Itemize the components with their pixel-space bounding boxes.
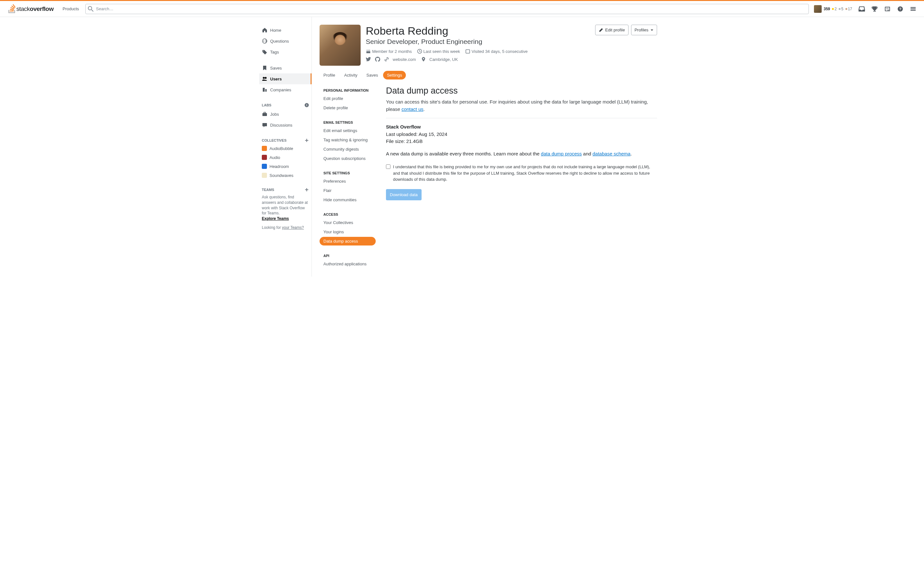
nav-home[interactable]: Home — [259, 25, 312, 36]
profile-title: Senior Developer, Product Engineering — [366, 38, 657, 46]
collective-item[interactable]: Soundwaves — [259, 171, 312, 180]
teams-header: TEAMS — [259, 185, 312, 193]
clock-icon — [417, 49, 422, 54]
dump-info: Stack Overflow Last uploaded: Aug 15, 20… — [386, 123, 657, 145]
database-schema-link[interactable]: database schema — [592, 151, 630, 156]
tab-profile[interactable]: Profile — [320, 71, 339, 79]
collective-label: AudioBubble — [269, 146, 293, 151]
search-input[interactable] — [85, 4, 809, 14]
svg-point-8 — [265, 77, 267, 79]
github-icon[interactable] — [375, 56, 381, 62]
edit-profile-button[interactable]: Edit profile — [595, 25, 628, 35]
nav-saves[interactable]: Saves — [259, 62, 312, 73]
nav-edit-profile[interactable]: Edit profile — [320, 94, 376, 103]
contact-us-link[interactable]: contact us — [401, 107, 423, 112]
profile-meta: Member for 2 months Last seen this week … — [366, 49, 657, 54]
profiles-dropdown[interactable]: Profiles — [631, 25, 657, 35]
settings-nav: PERSONAL INFORMATION Edit profile Delete… — [320, 86, 376, 269]
discussions-icon — [262, 122, 267, 128]
tags-icon — [262, 49, 267, 55]
link-icon[interactable] — [384, 56, 389, 62]
svg-rect-3 — [911, 8, 916, 9]
nav-data-dump-access[interactable]: Data dump access — [320, 237, 376, 245]
nav-questions[interactable]: Questions — [259, 36, 312, 46]
logo[interactable]: stackoverflow — [5, 4, 56, 14]
bronze-badge-count: 17 — [845, 7, 852, 11]
api-header: API — [320, 251, 376, 260]
collective-item[interactable]: Headroom — [259, 162, 312, 171]
svg-rect-2 — [911, 7, 916, 8]
site-switcher-icon[interactable] — [908, 3, 919, 15]
profile-links: website.com Cambridge, UK — [366, 56, 657, 62]
twitter-icon[interactable] — [366, 56, 371, 62]
nav-discussions[interactable]: Discussions — [259, 120, 312, 130]
access-header: ACCESS — [320, 210, 376, 218]
site-name: Stack Overflow — [386, 123, 657, 131]
review-icon[interactable] — [882, 3, 893, 15]
logo-text: stackoverflow — [16, 5, 54, 13]
topbar-right: 359 2 5 17 ? — [812, 3, 919, 15]
nav-tags[interactable]: Tags — [259, 46, 312, 58]
nav-preferences[interactable]: Preferences — [320, 177, 376, 186]
nav-companies[interactable]: Companies — [259, 84, 312, 95]
tab-saves[interactable]: Saves — [363, 71, 382, 79]
website-link[interactable]: website.com — [393, 57, 416, 62]
nav-your-logins[interactable]: Your logins — [320, 227, 376, 236]
collective-label: Audio — [269, 155, 280, 160]
nav-jobs[interactable]: Jobs — [259, 109, 312, 120]
nav-users[interactable]: Users — [259, 73, 312, 84]
svg-rect-12 — [262, 123, 267, 126]
collective-icon — [262, 146, 267, 151]
page-description: You can access this site's data for pers… — [386, 99, 657, 113]
nav-question-subscriptions[interactable]: Question subscriptions — [320, 154, 376, 163]
collective-label: Headroom — [269, 164, 289, 169]
info-icon[interactable]: i — [304, 103, 309, 107]
search-wrap — [85, 4, 809, 14]
companies-icon — [262, 87, 267, 93]
nav-authorized-apps[interactable]: Authorized applications — [320, 260, 376, 268]
explore-teams-link[interactable]: Explore Teams — [262, 216, 289, 221]
nav-community-digests[interactable]: Community digests — [320, 145, 376, 153]
collectives-header: COLLECTIVES — [259, 136, 312, 144]
svg-text:?: ? — [899, 7, 901, 11]
nav-delete-profile[interactable]: Delete profile — [320, 104, 376, 112]
help-icon[interactable]: ? — [894, 3, 906, 15]
reputation-score: 359 — [823, 7, 830, 11]
svg-point-5 — [262, 39, 267, 43]
download-data-button[interactable]: Download data — [386, 189, 422, 200]
avatar-large[interactable] — [320, 25, 361, 66]
data-dump-process-link[interactable]: data dump process — [541, 151, 582, 156]
file-size: File size: 21.4GB — [386, 138, 657, 145]
questions-icon — [262, 38, 267, 44]
nav-tag-watching[interactable]: Tag watching & ignoring — [320, 136, 376, 144]
nav-flair[interactable]: Flair — [320, 186, 376, 195]
consent-checkbox[interactable] — [386, 164, 391, 169]
stackoverflow-icon — [8, 4, 16, 14]
collective-item[interactable]: AudioBubble — [259, 144, 312, 153]
email-settings-header: EMAIL SETTINGS — [320, 118, 376, 126]
labs-header: LABS i — [259, 100, 312, 109]
settings-layout: PERSONAL INFORMATION Edit profile Delete… — [320, 86, 657, 269]
gold-badge-count: 2 — [832, 7, 837, 11]
settings-content: Data dump access You can access this sit… — [386, 86, 657, 269]
plus-icon[interactable] — [304, 138, 309, 143]
svg-point-6 — [263, 41, 264, 42]
tab-settings[interactable]: Settings — [383, 71, 406, 79]
collective-label: Soundwaves — [269, 173, 293, 178]
products-link[interactable]: Products — [59, 5, 83, 13]
nav-edit-email[interactable]: Edit email settings — [320, 126, 376, 135]
dump-note: A new data dump is available every three… — [386, 150, 657, 158]
svg-text:i: i — [306, 104, 307, 107]
your-teams-link[interactable]: your Teams? — [282, 225, 304, 230]
trophy-icon[interactable] — [869, 3, 880, 15]
nav-hide-communities[interactable]: Hide communities — [320, 196, 376, 204]
inbox-icon[interactable] — [856, 3, 868, 15]
chevron-down-icon — [650, 28, 653, 32]
location-icon — [421, 57, 426, 62]
plus-icon[interactable] — [304, 187, 309, 192]
nav-your-collectives[interactable]: Your Collectives — [320, 218, 376, 227]
content-tabs: Profile Activity Saves Settings — [320, 71, 657, 79]
tab-activity[interactable]: Activity — [340, 71, 361, 79]
collective-item[interactable]: Audio — [259, 153, 312, 162]
reputation-block[interactable]: 359 2 5 17 — [812, 5, 855, 13]
